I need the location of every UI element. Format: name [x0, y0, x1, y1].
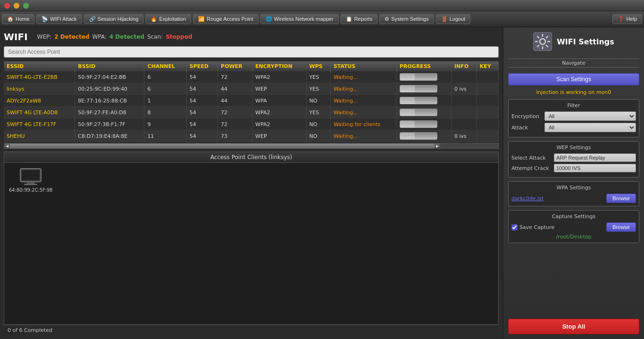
nav-logout[interactable]: 🚪 Logout — [436, 14, 471, 24]
col-key: KEY — [477, 61, 498, 71]
wireless-icon: 🌐 — [266, 16, 272, 22]
cell-channel: 9 — [144, 119, 186, 130]
cell-progress — [396, 95, 451, 107]
wpa-wordlist-link[interactable]: darkc0de.lst — [511, 195, 544, 202]
capture-settings-title: Capture Settings — [511, 213, 636, 220]
col-channel: CHANNEL — [144, 61, 186, 71]
cell-progress — [396, 130, 451, 142]
client-mac: 64:80:99:2C:5F:98 — [9, 187, 52, 193]
nav-exploitation[interactable]: 🔥 Exploitation — [145, 14, 191, 24]
col-status: STATUS — [330, 61, 396, 71]
settings-gear-icon — [533, 32, 552, 51]
cell-key — [477, 107, 498, 119]
cell-status: Waiting... — [330, 83, 396, 95]
nav-home[interactable]: 🏠 Home — [2, 14, 34, 24]
cell-wps: NO — [306, 130, 330, 142]
cell-channel: 6 — [144, 83, 186, 95]
cell-speed: 54 — [186, 119, 217, 130]
ap-table: ESSID BSSID CHANNEL SPEED POWER ENCRYPTI… — [4, 61, 499, 142]
cell-encryption: WPA2 — [252, 107, 307, 119]
table-row[interactable]: ADYc2F2aW8 8E:77:16:25:88:CB 1 54 44 WPA… — [4, 95, 499, 107]
filter-title: Filter — [511, 102, 636, 109]
minimize-button[interactable] — [13, 2, 20, 9]
table-row[interactable]: linksys 00:25:9C:ED:99:40 6 54 44 WEP YE… — [4, 83, 499, 95]
attempt-crack-input[interactable] — [554, 164, 636, 172]
filter-attack-select[interactable]: All — [544, 123, 636, 132]
scroll-thumb[interactable] — [10, 144, 435, 148]
cell-encryption: WPA — [252, 95, 307, 107]
main-container: WIFI WEP: 2 Detected WPA: 4 Detected Sca… — [0, 27, 644, 339]
wpa-browse-button[interactable]: Browse — [606, 194, 636, 203]
cell-status: Waiting for clients — [330, 119, 396, 130]
scan-settings-button[interactable]: Scan Settings — [508, 73, 639, 85]
injection-text: Injection is working on mon0 — [508, 89, 639, 95]
cell-wps: YES — [306, 71, 330, 83]
search-input[interactable] — [4, 46, 499, 58]
nav-reports[interactable]: 📋 Reports — [341, 14, 378, 24]
wep-label: WEP: — [37, 34, 52, 40]
wep-settings-section: WEP Settings Select Attack Attempt Crack — [508, 141, 639, 178]
capture-save-label[interactable]: Save Capture — [511, 224, 554, 230]
scroll-right-arrow[interactable]: ▶ — [435, 143, 440, 149]
completed-bar: 0 of 6 Completed — [4, 325, 499, 335]
nav-wireless-mapper[interactable]: 🌐 Wireless Network mapper — [260, 14, 339, 24]
table-row[interactable]: SWIFT 4G LTE-F17F 50:9F:27:3B:F1:7F 9 54… — [4, 119, 499, 130]
cell-bssid: 50:9F:27:3B:F1:7F — [75, 119, 144, 130]
col-encryption: ENCRYPTION — [252, 61, 307, 71]
filter-encryption-select[interactable]: All — [544, 111, 636, 121]
svg-rect-3 — [24, 184, 37, 185]
nav-session-hijacking[interactable]: 🔗 Session Hijacking — [84, 14, 144, 24]
cell-progress — [396, 83, 451, 95]
cell-progress — [396, 119, 451, 130]
cell-power: 72 — [218, 119, 252, 130]
save-capture-checkbox[interactable] — [511, 224, 518, 230]
right-panel: WIFI Settings Navigate Scan Settings Inj… — [502, 27, 644, 339]
cell-key — [477, 71, 498, 83]
cell-speed: 54 — [186, 107, 217, 119]
cell-speed: 54 — [186, 130, 217, 142]
filter-encryption-label: Encryption — [511, 113, 544, 119]
wpa-settings-section: WPA Settings darkc0de.lst Browse — [508, 181, 639, 206]
navigate-divider: Navigate — [508, 59, 639, 68]
session-icon: 🔗 — [89, 16, 96, 22]
capture-browse-button[interactable]: Browse — [606, 222, 636, 232]
reports-icon: 📋 — [346, 16, 352, 22]
svg-rect-2 — [27, 182, 34, 184]
left-panel: WIFI WEP: 2 Detected WPA: 4 Detected Sca… — [0, 27, 502, 339]
ap-clients-section: Access Point Clients (linksys) 64:80:99:… — [4, 152, 499, 325]
home-icon: 🏠 — [7, 16, 14, 22]
cell-power: 73 — [218, 130, 252, 142]
cell-status: Waiting... — [330, 130, 396, 142]
col-progress: PROGRESS — [396, 61, 451, 71]
nav-help[interactable]: ❓ Help — [612, 14, 642, 24]
system-settings-icon: ⚙ — [385, 16, 389, 22]
cell-channel: 6 — [144, 71, 186, 83]
nav-rouge-ap[interactable]: 📶 Rouge Access Point — [193, 14, 258, 24]
cell-wps: NO — [306, 119, 330, 130]
nav-wifi-attack[interactable]: 📡 WIFI Attack — [36, 14, 82, 24]
wpa-label: WPA: — [92, 34, 106, 40]
navbar: 🏠 Home 📡 WIFI Attack 🔗 Session Hijacking… — [0, 11, 644, 27]
cell-essid: SWIFT-4G-LTE-E2BB — [4, 71, 75, 83]
select-attack-input[interactable] — [554, 153, 636, 162]
cell-encryption: WEP — [252, 83, 307, 95]
table-row[interactable]: SWIFT-4G-LTE-E2BB 50:9F:27:04:E2:BB 6 54… — [4, 71, 499, 83]
wpa-settings-title: WPA Settings — [511, 185, 636, 191]
cell-essid: ADYc2F2aW8 — [4, 95, 75, 107]
cell-status: Waiting... — [330, 107, 396, 119]
maximize-button[interactable] — [23, 2, 29, 9]
close-button[interactable] — [4, 2, 10, 9]
cell-wps: YES — [306, 107, 330, 119]
cell-essid: linksys — [4, 83, 75, 95]
scroll-left-arrow[interactable]: ◀ — [4, 143, 10, 149]
cell-speed: 54 — [186, 71, 217, 83]
col-essid: ESSID — [4, 61, 75, 71]
table-row[interactable]: SHEHU C8:D7:19:E4:8A:8E 11 54 73 WEP NO … — [4, 130, 499, 142]
cell-key — [477, 130, 498, 142]
horizontal-scrollbar[interactable]: ◀ ▶ — [4, 143, 499, 149]
nav-system-settings[interactable]: ⚙ System Settings — [379, 14, 434, 24]
cell-channel: 11 — [144, 130, 186, 142]
table-row[interactable]: SWIFT 4G LTE-A0D8 50:9F:27:FE:A0:D8 8 54… — [4, 107, 499, 119]
capture-save-row: Save Capture Browse — [511, 222, 636, 232]
stop-all-button[interactable]: Stop All — [508, 319, 639, 334]
